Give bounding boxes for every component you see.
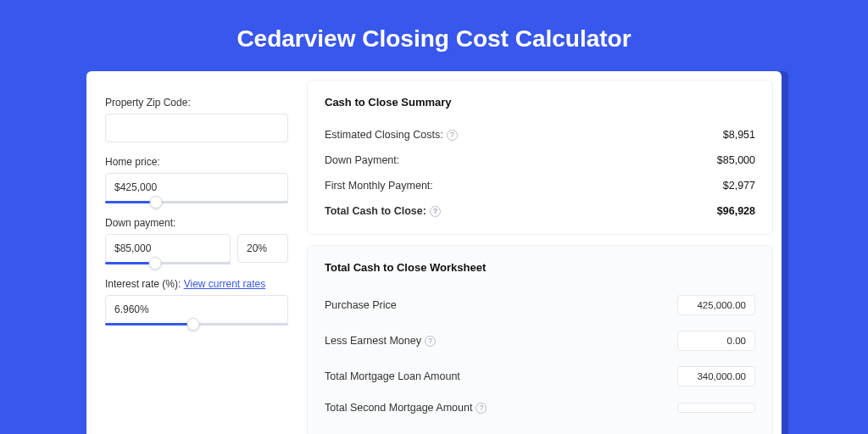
homeprice-label: Home price: xyxy=(105,156,288,168)
interest-label-text: Interest rate (%): xyxy=(105,278,184,290)
summary-label-text: Estimated Closing Costs: xyxy=(325,129,443,141)
worksheet-label: Purchase Price xyxy=(325,299,397,311)
summary-row-closing-costs: Estimated Closing Costs: ? $8,951 xyxy=(325,122,755,147)
worksheet-value[interactable]: 425,000.00 xyxy=(677,295,755,315)
downpayment-input[interactable] xyxy=(105,234,231,263)
worksheet-label-text: Less Earnest Money xyxy=(325,335,421,347)
summary-value: $2,977 xyxy=(723,180,755,192)
downpayment-slider-thumb[interactable] xyxy=(149,257,162,270)
summary-label: Total Cash to Close: ? xyxy=(325,205,441,217)
summary-value: $8,951 xyxy=(723,129,755,141)
zip-label: Property Zip Code: xyxy=(105,97,288,108)
summary-label: Down Payment: xyxy=(325,154,399,166)
summary-row-first-payment: First Monthly Payment: $2,977 xyxy=(325,173,755,198)
summary-label: Estimated Closing Costs: ? xyxy=(325,129,458,141)
zip-input[interactable] xyxy=(105,114,288,142)
worksheet-row-second-mortgage: Total Second Mortgage Amount ? xyxy=(325,394,755,421)
results-panel: Cash to Close Summary Estimated Closing … xyxy=(307,80,773,434)
homeprice-slider-fill xyxy=(105,201,156,203)
summary-value: $96,928 xyxy=(717,205,755,217)
worksheet-label-text: Total Mortgage Loan Amount xyxy=(325,370,460,382)
homeprice-input[interactable] xyxy=(105,173,288,202)
summary-label: First Monthly Payment: xyxy=(325,180,433,192)
downpayment-field-group: Down payment: xyxy=(105,217,288,264)
summary-heading: Cash to Close Summary xyxy=(325,96,755,108)
page-title: Cedarview Closing Cost Calculator xyxy=(0,0,868,71)
homeprice-slider[interactable] xyxy=(105,201,288,203)
help-icon[interactable]: ? xyxy=(425,336,436,347)
worksheet-value[interactable]: 0.00 xyxy=(677,331,755,351)
worksheet-label: Total Mortgage Loan Amount xyxy=(325,370,460,382)
downpayment-label: Down payment: xyxy=(105,217,288,229)
interest-slider-fill xyxy=(105,323,193,326)
worksheet-label: Less Earnest Money ? xyxy=(325,335,436,347)
interest-field-group: Interest rate (%): View current rates xyxy=(105,278,288,326)
summary-label-text: Total Cash to Close: xyxy=(325,205,426,217)
worksheet-label-text: Total Second Mortgage Amount xyxy=(325,402,472,414)
worksheet-card: Total Cash to Close Worksheet Purchase P… xyxy=(307,245,773,434)
summary-row-down-payment: Down Payment: $85,000 xyxy=(325,147,755,173)
summary-card: Cash to Close Summary Estimated Closing … xyxy=(307,80,773,235)
summary-label-text: Down Payment: xyxy=(325,154,399,166)
worksheet-heading: Total Cash to Close Worksheet xyxy=(325,261,755,274)
downpayment-pct-input[interactable] xyxy=(237,234,288,263)
worksheet-label-text: Purchase Price xyxy=(325,299,397,311)
homeprice-field-group: Home price: xyxy=(105,156,288,203)
summary-value: $85,000 xyxy=(717,154,755,166)
help-icon[interactable]: ? xyxy=(476,403,487,414)
zip-field-group: Property Zip Code: xyxy=(105,97,288,142)
downpayment-slider-fill xyxy=(105,262,155,264)
inputs-panel: Property Zip Code: Home price: Down paym… xyxy=(95,80,298,434)
interest-label: Interest rate (%): View current rates xyxy=(105,278,288,290)
help-icon[interactable]: ? xyxy=(447,130,458,141)
calculator-wrapper: Property Zip Code: Home price: Down paym… xyxy=(86,71,782,434)
worksheet-value[interactable]: 340,000.00 xyxy=(677,366,755,387)
summary-row-total: Total Cash to Close: ? $96,928 xyxy=(325,198,755,224)
calculator-card: Property Zip Code: Home price: Down paym… xyxy=(86,71,782,434)
worksheet-row-purchase-price: Purchase Price 425,000.00 xyxy=(325,287,755,323)
interest-slider-thumb[interactable] xyxy=(186,318,199,331)
interest-slider[interactable] xyxy=(105,323,288,326)
downpayment-slider[interactable] xyxy=(105,262,231,264)
summary-label-text: First Monthly Payment: xyxy=(325,180,433,192)
help-icon[interactable]: ? xyxy=(430,206,441,217)
current-rates-link[interactable]: View current rates xyxy=(184,278,266,290)
worksheet-value[interactable] xyxy=(677,403,755,413)
homeprice-slider-thumb[interactable] xyxy=(150,196,163,209)
worksheet-label: Total Second Mortgage Amount ? xyxy=(325,402,487,414)
worksheet-row-loan-amount: Total Mortgage Loan Amount 340,000.00 xyxy=(325,359,755,394)
worksheet-row-earnest-money: Less Earnest Money ? 0.00 xyxy=(325,323,755,359)
